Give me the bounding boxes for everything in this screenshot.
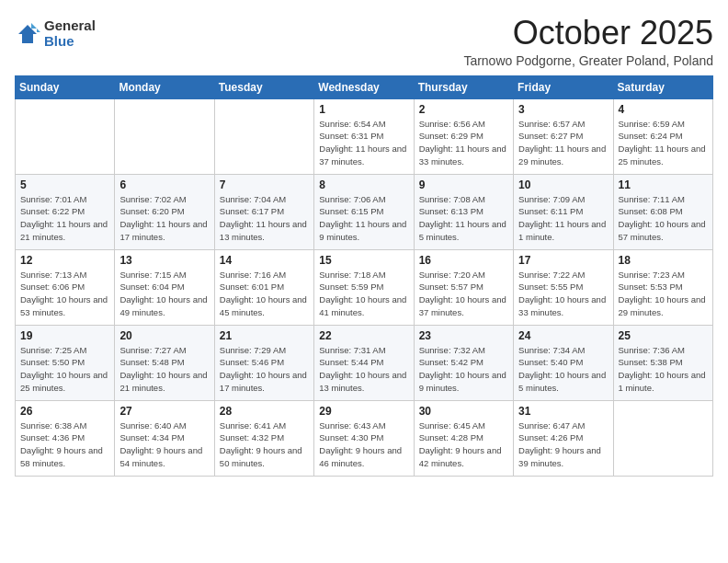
calendar-table: SundayMondayTuesdayWednesdayThursdayFrid… — [15, 75, 713, 477]
calendar-cell: 19 Sunrise: 7:25 AMSunset: 5:50 PMDaylig… — [16, 325, 115, 400]
col-header-thursday: Thursday — [414, 75, 513, 98]
day-number: 16 — [419, 254, 508, 267]
day-number: 17 — [518, 254, 608, 267]
day-number: 24 — [518, 329, 608, 342]
day-info: Sunrise: 7:25 AMSunset: 5:50 PMDaylight:… — [20, 344, 109, 395]
day-info: Sunrise: 7:15 AMSunset: 6:04 PMDaylight:… — [119, 269, 209, 319]
day-info: Sunrise: 7:36 AMSunset: 5:38 PMDaylight:… — [619, 344, 708, 395]
day-info: Sunrise: 7:11 AMSunset: 6:08 PMDaylight:… — [619, 193, 708, 244]
day-number: 26 — [20, 405, 109, 418]
calendar-cell: 7 Sunrise: 7:04 AMSunset: 6:17 PMDayligh… — [214, 174, 313, 249]
day-info: Sunrise: 7:22 AMSunset: 5:55 PMDaylight:… — [518, 269, 608, 319]
calendar-week-row: 12 Sunrise: 7:13 AMSunset: 6:06 PMDaylig… — [16, 249, 713, 325]
day-number: 2 — [419, 103, 508, 116]
month-title: October 2025 — [463, 15, 713, 52]
calendar-cell: 14 Sunrise: 7:16 AMSunset: 6:01 PMDaylig… — [214, 249, 313, 325]
page-header: General Blue October 2025 Tarnowo Podgor… — [15, 15, 713, 68]
day-info: Sunrise: 6:57 AMSunset: 6:27 PMDaylight:… — [518, 118, 608, 168]
day-number: 27 — [119, 405, 209, 418]
day-number: 13 — [119, 254, 209, 267]
calendar-week-row: 5 Sunrise: 7:01 AMSunset: 6:22 PMDayligh… — [16, 174, 713, 249]
calendar-cell: 26 Sunrise: 6:38 AMSunset: 4:36 PMDaylig… — [16, 400, 115, 476]
day-number: 20 — [119, 329, 209, 342]
calendar-cell: 9 Sunrise: 7:08 AMSunset: 6:13 PMDayligh… — [414, 174, 513, 249]
day-number: 15 — [319, 254, 408, 267]
calendar-cell: 22 Sunrise: 7:31 AMSunset: 5:44 PMDaylig… — [314, 325, 414, 400]
title-block: October 2025 Tarnowo Podgorne, Greater P… — [463, 15, 713, 68]
day-info: Sunrise: 7:02 AMSunset: 6:20 PMDaylight:… — [119, 193, 209, 244]
day-number: 5 — [20, 178, 109, 191]
day-info: Sunrise: 7:18 AMSunset: 5:59 PMDaylight:… — [319, 269, 408, 319]
day-info: Sunrise: 7:23 AMSunset: 5:53 PMDaylight:… — [619, 269, 708, 319]
calendar-cell: 13 Sunrise: 7:15 AMSunset: 6:04 PMDaylig… — [115, 249, 214, 325]
day-number: 31 — [518, 405, 608, 418]
calendar-cell: 5 Sunrise: 7:01 AMSunset: 6:22 PMDayligh… — [16, 174, 115, 249]
calendar-week-row: 1 Sunrise: 6:54 AMSunset: 6:31 PMDayligh… — [16, 98, 713, 174]
calendar-cell: 17 Sunrise: 7:22 AMSunset: 5:55 PMDaylig… — [514, 249, 613, 325]
calendar-cell — [214, 98, 313, 174]
logo: General Blue — [15, 18, 96, 49]
day-info: Sunrise: 6:56 AMSunset: 6:29 PMDaylight:… — [419, 118, 508, 168]
col-header-wednesday: Wednesday — [314, 75, 414, 98]
day-number: 4 — [619, 103, 708, 116]
calendar-cell: 27 Sunrise: 6:40 AMSunset: 4:34 PMDaylig… — [115, 400, 214, 476]
day-info: Sunrise: 7:08 AMSunset: 6:13 PMDaylight:… — [419, 193, 508, 244]
calendar-cell: 30 Sunrise: 6:45 AMSunset: 4:28 PMDaylig… — [414, 400, 513, 476]
calendar-cell — [115, 98, 214, 174]
day-number: 9 — [419, 178, 508, 191]
day-number: 14 — [220, 254, 309, 267]
day-info: Sunrise: 7:32 AMSunset: 5:42 PMDaylight:… — [419, 344, 508, 395]
col-header-sunday: Sunday — [16, 75, 115, 98]
day-number: 25 — [619, 329, 708, 342]
logo-general-text: General — [44, 18, 96, 34]
day-info: Sunrise: 6:47 AMSunset: 4:26 PMDaylight:… — [518, 419, 608, 470]
day-info: Sunrise: 6:41 AMSunset: 4:32 PMDaylight:… — [220, 419, 309, 470]
day-info: Sunrise: 7:09 AMSunset: 6:11 PMDaylight:… — [518, 193, 608, 244]
logo-blue-text: Blue — [44, 34, 96, 50]
calendar-cell: 10 Sunrise: 7:09 AMSunset: 6:11 PMDaylig… — [514, 174, 613, 249]
day-number: 30 — [419, 405, 508, 418]
day-number: 28 — [220, 405, 309, 418]
calendar-cell: 29 Sunrise: 6:43 AMSunset: 4:30 PMDaylig… — [314, 400, 414, 476]
calendar-cell: 6 Sunrise: 7:02 AMSunset: 6:20 PMDayligh… — [115, 174, 214, 249]
logo-icon — [15, 21, 40, 47]
calendar-cell: 3 Sunrise: 6:57 AMSunset: 6:27 PMDayligh… — [514, 98, 613, 174]
day-info: Sunrise: 7:16 AMSunset: 6:01 PMDaylight:… — [220, 269, 309, 319]
col-header-tuesday: Tuesday — [214, 75, 313, 98]
day-info: Sunrise: 6:45 AMSunset: 4:28 PMDaylight:… — [419, 419, 508, 470]
day-info: Sunrise: 7:34 AMSunset: 5:40 PMDaylight:… — [518, 344, 608, 395]
day-number: 19 — [20, 329, 109, 342]
day-info: Sunrise: 7:01 AMSunset: 6:22 PMDaylight:… — [20, 193, 109, 244]
col-header-saturday: Saturday — [613, 75, 712, 98]
calendar-cell: 31 Sunrise: 6:47 AMSunset: 4:26 PMDaylig… — [514, 400, 613, 476]
calendar-cell — [613, 400, 712, 476]
calendar-cell: 1 Sunrise: 6:54 AMSunset: 6:31 PMDayligh… — [314, 98, 414, 174]
day-info: Sunrise: 7:13 AMSunset: 6:06 PMDaylight:… — [20, 269, 109, 319]
day-info: Sunrise: 7:27 AMSunset: 5:48 PMDaylight:… — [119, 344, 209, 395]
day-number: 11 — [619, 178, 708, 191]
day-info: Sunrise: 6:40 AMSunset: 4:34 PMDaylight:… — [119, 419, 209, 470]
calendar-cell: 23 Sunrise: 7:32 AMSunset: 5:42 PMDaylig… — [414, 325, 513, 400]
day-number: 10 — [518, 178, 608, 191]
calendar-cell — [16, 98, 115, 174]
day-number: 22 — [319, 329, 408, 342]
day-info: Sunrise: 7:31 AMSunset: 5:44 PMDaylight:… — [319, 344, 408, 395]
calendar-cell: 11 Sunrise: 7:11 AMSunset: 6:08 PMDaylig… — [613, 174, 712, 249]
day-info: Sunrise: 7:06 AMSunset: 6:15 PMDaylight:… — [319, 193, 408, 244]
day-info: Sunrise: 6:54 AMSunset: 6:31 PMDaylight:… — [319, 118, 408, 168]
calendar-cell: 21 Sunrise: 7:29 AMSunset: 5:46 PMDaylig… — [214, 325, 313, 400]
calendar-cell: 4 Sunrise: 6:59 AMSunset: 6:24 PMDayligh… — [613, 98, 712, 174]
calendar-cell: 8 Sunrise: 7:06 AMSunset: 6:15 PMDayligh… — [314, 174, 414, 249]
calendar-cell: 18 Sunrise: 7:23 AMSunset: 5:53 PMDaylig… — [613, 249, 712, 325]
calendar-cell: 16 Sunrise: 7:20 AMSunset: 5:57 PMDaylig… — [414, 249, 513, 325]
day-number: 3 — [518, 103, 608, 116]
day-number: 29 — [319, 405, 408, 418]
calendar-cell: 25 Sunrise: 7:36 AMSunset: 5:38 PMDaylig… — [613, 325, 712, 400]
day-number: 7 — [220, 178, 309, 191]
day-number: 12 — [20, 254, 109, 267]
location: Tarnowo Podgorne, Greater Poland, Poland — [463, 53, 713, 68]
day-number: 18 — [619, 254, 708, 267]
day-info: Sunrise: 6:38 AMSunset: 4:36 PMDaylight:… — [20, 419, 109, 470]
calendar-week-row: 19 Sunrise: 7:25 AMSunset: 5:50 PMDaylig… — [16, 325, 713, 400]
day-number: 6 — [119, 178, 209, 191]
